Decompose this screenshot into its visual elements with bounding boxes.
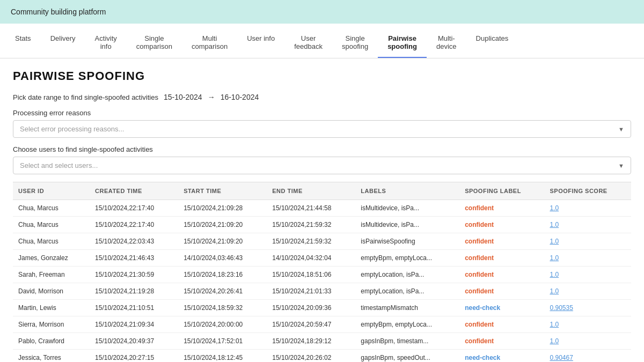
table-row: James, Gonzalez15/10/2024,21:46:4314/10/… [13, 250, 631, 267]
cell-user-id: Chua, Marcus [18, 238, 58, 245]
cell-user-id: David, Morrison [18, 287, 63, 295]
table-header: USER IDCREATED TIMESTART TIMEEND TIMELAB… [13, 182, 631, 200]
cell-spoofing-label: confident [465, 254, 494, 262]
cell-labels: timestampMismatch [355, 300, 459, 316]
cell-user-id: Martin, Lewis [18, 304, 56, 312]
cell-created-time: 15/10/2024,20:49:37 [90, 333, 178, 350]
col-header-spoofing-label: SPOOFING LABEL [459, 182, 544, 200]
cell-labels: emptyBpm, emptyLoca... [355, 250, 459, 267]
cell-end-time: 15/10/2024,18:29:12 [267, 333, 355, 350]
cell-created-time: 15/10/2024,21:10:51 [90, 300, 178, 316]
cell-user-id: Sarah, Freeman [18, 271, 65, 278]
tab-single-spoofing[interactable]: Single spoofing [332, 28, 378, 58]
cell-user-id: Chua, Marcus [18, 204, 58, 212]
date-range-label: Pick date range to find single-spoofed a… [13, 93, 158, 101]
cell-created-time: 15/10/2024,22:17:40 [90, 200, 178, 217]
table-row: Chua, Marcus15/10/2024,22:17:4015/10/202… [13, 200, 631, 217]
error-reasons-label: Processing error reasons [13, 109, 631, 117]
cell-spoofing-label: confident [465, 221, 494, 228]
cell-end-time: 15/10/2024,20:59:47 [267, 316, 355, 333]
cell-spoofing-score[interactable]: 1.0 [550, 204, 559, 212]
cell-spoofing-label: confident [465, 204, 494, 212]
users-dropdown[interactable]: Select and select users... ▼ [13, 157, 631, 174]
cell-start-time: 15/10/2024,20:26:41 [178, 283, 267, 300]
tab-delivery[interactable]: Delivery [41, 28, 85, 58]
cell-spoofing-score[interactable]: 0.90535 [550, 304, 573, 312]
cell-end-time: 15/10/2024,21:01:33 [267, 283, 355, 300]
cell-labels: gapsInBpm, timestam... [355, 333, 459, 350]
cell-start-time: 15/10/2024,17:52:01 [178, 333, 267, 350]
dropdown-arrow-icon: ▼ [618, 126, 624, 132]
cell-spoofing-score[interactable]: 1.0 [550, 337, 559, 345]
col-header-start-time: START TIME [178, 182, 267, 200]
cell-end-time: 15/10/2024,21:59:32 [267, 217, 355, 233]
app-title: Community building platform [11, 8, 106, 16]
table-row: Chua, Marcus15/10/2024,22:17:4015/10/202… [13, 217, 631, 233]
users-dropdown-arrow-icon: ▼ [618, 162, 624, 169]
error-reasons-placeholder: Select error processing reasons... [20, 125, 124, 133]
col-header-user-id: USER ID [13, 182, 90, 200]
cell-spoofing-score[interactable]: 1.0 [550, 271, 559, 278]
cell-labels: isMultidevice, isPa... [355, 200, 459, 217]
cell-spoofing-label: confident [465, 321, 494, 328]
cell-start-time: 15/10/2024,21:09:20 [178, 233, 267, 250]
date-start: 15-10-2024 [164, 93, 202, 101]
cell-created-time: 15/10/2024,21:30:59 [90, 267, 178, 283]
tab-single-comparison[interactable]: Single comparison [127, 28, 182, 58]
cell-start-time: 15/10/2024,21:09:20 [178, 217, 267, 233]
cell-start-time: 14/10/2024,03:46:43 [178, 250, 267, 267]
cell-spoofing-label: confident [465, 238, 494, 245]
cell-created-time: 15/10/2024,20:27:15 [90, 350, 178, 363]
cell-end-time: 14/10/2024,04:32:04 [267, 250, 355, 267]
cell-end-time: 15/10/2024,21:59:32 [267, 233, 355, 250]
cell-user-id: Jessica, Torres [18, 354, 61, 361]
cell-created-time: 15/10/2024,22:03:43 [90, 233, 178, 250]
cell-spoofing-score[interactable]: 1.0 [550, 321, 559, 328]
cell-spoofing-label: confident [465, 287, 494, 295]
tab-stats[interactable]: Stats [5, 28, 41, 58]
date-end: 16-10-2024 [221, 93, 259, 101]
tab-user-info[interactable]: User info [237, 28, 284, 58]
cell-start-time: 15/10/2024,18:23:16 [178, 267, 267, 283]
tab-activity-info[interactable]: Activity info [85, 28, 127, 58]
cell-end-time: 15/10/2024,21:44:58 [267, 200, 355, 217]
page-title: PAIRWISE SPOOFING [13, 69, 631, 83]
cell-start-time: 15/10/2024,21:09:28 [178, 200, 267, 217]
date-arrow: → [208, 93, 215, 101]
cell-spoofing-label: confident [465, 271, 494, 278]
cell-spoofing-label: need-check [465, 304, 500, 312]
cell-spoofing-label: need-check [465, 354, 500, 361]
tab-user-feedback[interactable]: User feedback [284, 28, 332, 58]
cell-spoofing-score[interactable]: 1.0 [550, 254, 559, 262]
col-header-created-time: CREATED TIME [90, 182, 178, 200]
data-table-section: USER IDCREATED TIMESTART TIMEEND TIMELAB… [13, 182, 631, 362]
table-row: David, Morrison15/10/2024,21:19:2815/10/… [13, 283, 631, 300]
cell-end-time: 15/10/2024,20:09:36 [267, 300, 355, 316]
cell-spoofing-score[interactable]: 1.0 [550, 221, 559, 228]
results-table: USER IDCREATED TIMESTART TIMEEND TIMELAB… [13, 182, 631, 362]
cell-created-time: 15/10/2024,21:19:28 [90, 283, 178, 300]
main-content: PAIRWISE SPOOFING Pick date range to fin… [0, 58, 644, 362]
col-header-end-time: END TIME [267, 182, 355, 200]
tab-multi-comparison[interactable]: Multi comparison [182, 28, 237, 58]
error-reasons-dropdown[interactable]: Select error processing reasons... ▼ [13, 120, 631, 138]
users-placeholder: Select and select users... [20, 161, 98, 169]
col-header-labels: LABELS [355, 182, 459, 200]
table-row: Jessica, Torres15/10/2024,20:27:1515/10/… [13, 350, 631, 363]
cell-labels: emptyBpm, emptyLoca... [355, 316, 459, 333]
table-row: Chua, Marcus15/10/2024,22:03:4315/10/202… [13, 233, 631, 250]
cell-labels: emptyLocation, isPa... [355, 283, 459, 300]
cell-created-time: 15/10/2024,21:46:43 [90, 250, 178, 267]
tab-pairwise-spoofing[interactable]: Pairwise spoofing [378, 28, 427, 58]
table-row: Pablo, Crawford15/10/2024,20:49:3715/10/… [13, 333, 631, 350]
cell-user-id: Sierra, Morrison [18, 321, 64, 328]
cell-spoofing-score[interactable]: 0.90467 [550, 354, 573, 361]
cell-spoofing-score[interactable]: 1.0 [550, 238, 559, 245]
col-header-spoofing-score: SPOOFING SCORE [544, 182, 631, 200]
tabs-nav: StatsDeliveryActivity infoSingle compari… [0, 28, 644, 58]
cell-end-time: 15/10/2024,18:51:06 [267, 267, 355, 283]
cell-labels: isMultidevice, isPa... [355, 217, 459, 233]
tab-duplicates[interactable]: Duplicates [466, 28, 518, 58]
cell-spoofing-score[interactable]: 1.0 [550, 287, 559, 295]
tab-multi-device[interactable]: Multi- device [427, 28, 466, 58]
